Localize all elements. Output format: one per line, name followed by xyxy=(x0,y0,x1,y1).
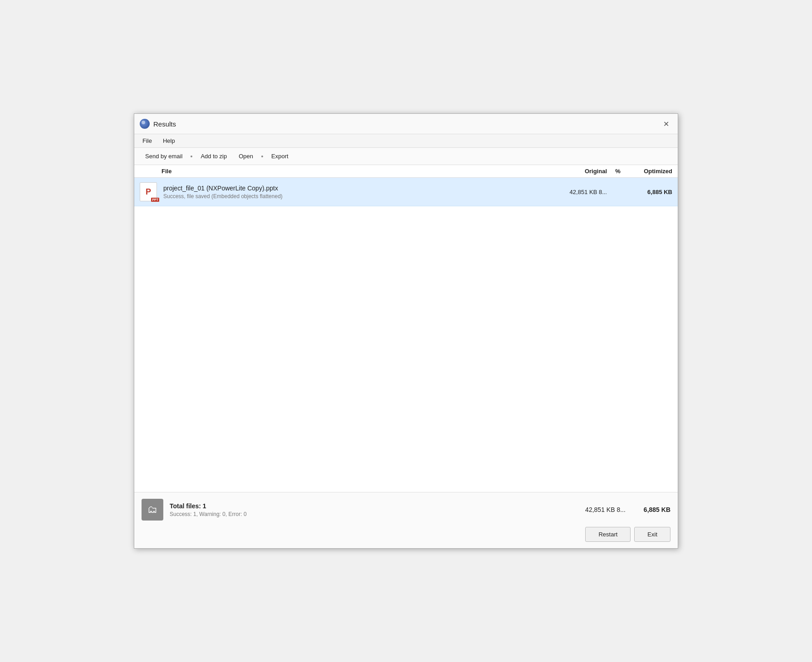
footer-icon: 🗂 xyxy=(142,499,163,521)
send-email-button[interactable]: Send by email xyxy=(140,151,188,162)
pptx-badge: PPT xyxy=(151,198,159,202)
table-header: File Original % Optimized xyxy=(134,165,678,178)
results-window: Results ✕ File Help Send by email Add to… xyxy=(134,113,678,549)
title-bar: Results ✕ xyxy=(134,114,678,134)
separator-icon-2 xyxy=(261,156,263,157)
col-header-original: Original xyxy=(541,168,609,175)
close-button[interactable]: ✕ xyxy=(660,117,672,130)
exit-button[interactable]: Exit xyxy=(634,527,670,542)
toolbar: Send by email Add to zip Open Export xyxy=(134,148,678,165)
table-body: PPT project_file_01 (NXPowerLite Copy).p… xyxy=(134,178,678,492)
table-row[interactable]: PPT project_file_01 (NXPowerLite Copy).p… xyxy=(134,178,678,206)
menu-bar: File Help xyxy=(134,134,678,148)
file-info: project_file_01 (NXPowerLite Copy).pptx … xyxy=(163,185,541,200)
window-title: Results xyxy=(153,120,176,128)
export-button[interactable]: Export xyxy=(266,151,294,162)
menu-help[interactable]: Help xyxy=(158,136,180,146)
separator-icon xyxy=(191,156,192,157)
app-logo-icon xyxy=(140,119,150,129)
restart-button[interactable]: Restart xyxy=(585,527,631,542)
file-optimized-size: 6,885 KB xyxy=(627,189,672,195)
file-name: project_file_01 (NXPowerLite Copy).pptx xyxy=(163,185,541,192)
file-type-icon: PPT xyxy=(140,182,159,201)
col-header-file: File xyxy=(161,168,541,175)
menu-file[interactable]: File xyxy=(138,136,157,146)
footer-sizes: 42,851 KB 8... 6,885 KB xyxy=(585,506,670,513)
footer-success-label: Success: 1, Warning: 0, Error: 0 xyxy=(170,511,247,517)
footer-original-size: 42,851 KB 8... xyxy=(585,506,626,513)
file-status: Success, file saved (Embedded objects fl… xyxy=(163,193,541,200)
add-to-zip-button[interactable]: Add to zip xyxy=(195,151,232,162)
footer-text: Total files: 1 Success: 1, Warning: 0, E… xyxy=(170,502,247,517)
footer: 🗂 Total files: 1 Success: 1, Warning: 0,… xyxy=(134,492,678,548)
pptx-icon: PPT xyxy=(140,182,157,201)
footer-summary: 🗂 Total files: 1 Success: 1, Warning: 0,… xyxy=(142,499,670,521)
total-files-label: Total files: 1 xyxy=(170,502,247,510)
files-icon: 🗂 xyxy=(147,504,157,516)
col-header-percent: % xyxy=(609,168,627,175)
open-button[interactable]: Open xyxy=(233,151,259,162)
col-header-optimized: Optimized xyxy=(627,168,672,175)
file-original-size: 42,851 KB 8... xyxy=(541,189,609,195)
footer-buttons: Restart Exit xyxy=(142,527,670,542)
title-left: Results xyxy=(140,119,176,129)
footer-optimized-size: 6,885 KB xyxy=(644,506,670,513)
